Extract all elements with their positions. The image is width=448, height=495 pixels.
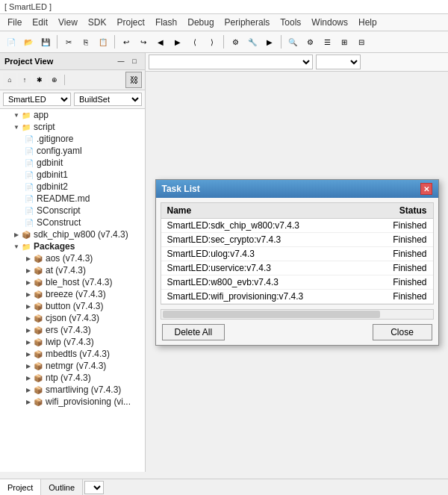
tree-item[interactable]: ▶📦ble_host (v7.4.3)	[0, 276, 145, 288]
toolbar-redo[interactable]: ↪	[135, 34, 152, 50]
tree-item[interactable]: ▶📦netmgr (v7.4.3)	[0, 360, 145, 372]
toolbar-extra3[interactable]: ⊟	[353, 34, 370, 50]
tree-label: SConstruct	[37, 217, 81, 228]
bottom-dropdown[interactable]	[84, 481, 104, 494]
toolbar-save[interactable]: 💾	[37, 34, 54, 50]
sidebar-link-btn[interactable]: ⛓	[125, 72, 142, 88]
task-table-scroll[interactable]: Name Status SmartLED:sdk_chip_w800:v7.4.…	[161, 202, 434, 305]
menu-debug[interactable]: Debug	[183, 16, 218, 29]
tab-outline[interactable]: Outline	[41, 479, 83, 495]
menu-flash[interactable]: Flash	[151, 16, 181, 29]
task-name: SmartLED:uservice:v7.4.3	[161, 261, 369, 275]
tree-label: ble_host (v7.4.3)	[46, 277, 112, 287]
content-area: Task List ✕ Name Status	[146, 53, 448, 472]
tree-item[interactable]: ▶📦lwip (v7.4.3)	[0, 336, 145, 348]
tree-arrow: ▶	[24, 314, 33, 323]
tree-item[interactable]: 📄README.md	[0, 193, 145, 205]
toolbar-forward[interactable]: ▶	[169, 34, 186, 50]
tree-item[interactable]: 📄SConstruct	[0, 217, 145, 228]
toolbar-build[interactable]: ⚙	[227, 34, 243, 50]
toolbar-open[interactable]: 📂	[20, 34, 37, 50]
modal-close-btn[interactable]: ✕	[420, 183, 432, 195]
tree-arrow: ▼	[12, 122, 21, 131]
sidebar-config-btn[interactable]: ✱	[33, 73, 46, 87]
toolbar-run[interactable]: ▶	[261, 34, 278, 50]
toolbar-clean[interactable]: 🔧	[244, 34, 261, 50]
sidebar-filter-btn[interactable]: ⊕	[48, 73, 61, 87]
sidebar-toolbar: ⌂ ↑ ✱ ⊕ ⛓	[0, 70, 145, 90]
tree-container[interactable]: ▼📁app▼📁script📄.gitignore📄config.yaml📄gdb…	[0, 109, 145, 472]
tree-item[interactable]: ▼📁Packages	[0, 240, 145, 252]
menu-file[interactable]: File	[3, 16, 26, 29]
tree-label: smartliving (v7.4.3)	[46, 385, 121, 395]
tree-item[interactable]: ▶📦aos (v7.4.3)	[0, 252, 145, 264]
toolbar-cut[interactable]: ✂	[60, 34, 77, 50]
minimize-icon[interactable]: —	[115, 55, 127, 67]
buildset-dropdown[interactable]: BuildSet	[74, 93, 142, 106]
toolbar-undo[interactable]: ↩	[118, 34, 134, 50]
toolbar-paste[interactable]: 📋	[95, 34, 111, 50]
tree-item[interactable]: ▶📦ntp (v7.4.3)	[0, 372, 145, 384]
project-dropdown[interactable]: SmartLED	[3, 93, 71, 106]
close-button[interactable]: Close	[373, 324, 432, 340]
tree-label: ers (v7.4.3)	[46, 325, 91, 335]
toolbar-extra1[interactable]: ☰	[319, 34, 335, 50]
delete-all-button[interactable]: Delete All	[162, 324, 225, 340]
tree-item[interactable]: ▶📦ers (v7.4.3)	[0, 324, 145, 336]
tree-arrow: ▶	[24, 290, 33, 299]
tree-item[interactable]: ▶📦breeze (v7.4.3)	[0, 288, 145, 300]
tree-arrow: ▶	[24, 326, 33, 334]
tree-icon: 📄	[24, 146, 34, 156]
task-status: Finished	[369, 290, 433, 304]
tree-label: ntp (v7.4.3)	[46, 373, 91, 383]
sidebar-up-btn[interactable]: ↑	[18, 73, 31, 87]
toolbar-next[interactable]: ⟩	[204, 34, 220, 50]
menu-help[interactable]: Help	[354, 16, 382, 29]
modal-footer: Delete All Close	[156, 320, 438, 345]
task-status: Finished	[369, 261, 433, 275]
tree-icon: 📦	[33, 349, 43, 359]
horizontal-scrollbar[interactable]	[161, 309, 434, 320]
tree-label: wifi_provisioning (vi...	[46, 396, 131, 407]
menu-edit[interactable]: Edit	[28, 16, 52, 29]
toolbar-settings[interactable]: ⚙	[302, 34, 318, 50]
menu-tools[interactable]: Tools	[276, 16, 305, 29]
task-row: SmartLED:uservice:v7.4.3Finished	[161, 261, 433, 275]
tree-item[interactable]: ▶📦cjson (v7.4.3)	[0, 312, 145, 324]
maximize-icon[interactable]: □	[128, 55, 140, 67]
toolbar-prev[interactable]: ⟨	[187, 34, 203, 50]
menu-project[interactable]: Project	[113, 16, 149, 29]
tree-icon: 📦	[33, 373, 43, 383]
toolbar-extra2[interactable]: ⊞	[336, 34, 352, 50]
menu-peripherals[interactable]: Peripherals	[220, 16, 275, 29]
tree-item[interactable]: ▶📦button (v7.4.3)	[0, 300, 145, 312]
toolbar-back[interactable]: ◀	[152, 34, 169, 50]
toolbar-search[interactable]: 🔍	[284, 34, 301, 50]
tree-item[interactable]: 📄config.yaml	[0, 145, 145, 157]
tab-project[interactable]: Project	[0, 479, 41, 495]
tree-item[interactable]: 📄.gitignore	[0, 133, 145, 145]
tree-item[interactable]: ▶📦mbedtls (v7.4.3)	[0, 348, 145, 360]
tree-item[interactable]: ▼📁app	[0, 109, 145, 121]
menu-windows[interactable]: Windows	[307, 16, 352, 29]
task-row: SmartLED:ulog:v7.4.3Finished	[161, 247, 433, 261]
toolbar-copy[interactable]: ⎘	[78, 34, 94, 50]
tree-item[interactable]: ▶📦sdk_chip_w800 (v7.4.3)	[0, 228, 145, 240]
tree-item[interactable]: 📄gdbinit	[0, 157, 145, 169]
tree-item[interactable]: 📄SConscript	[0, 205, 145, 217]
tree-item[interactable]: ▶📦at (v7.4.3)	[0, 264, 145, 276]
tree-item[interactable]: ▼📁script	[0, 121, 145, 133]
tree-item[interactable]: ▶📦wifi_provisioning (vi...	[0, 396, 145, 408]
toolbar-new[interactable]: 📄	[3, 34, 19, 50]
tree-item[interactable]: 📄gdbinit1	[0, 169, 145, 181]
tree-item[interactable]: ▶📦smartliving (v7.4.3)	[0, 384, 145, 396]
sidebar-home-btn[interactable]: ⌂	[3, 73, 16, 87]
tree-label: sdk_chip_w800 (v7.4.3)	[34, 229, 128, 240]
task-row: SmartLED:wifi_provisioning:v7.4.3Finishe…	[161, 290, 433, 304]
menu-sdk[interactable]: SDK	[84, 16, 111, 29]
tree-item[interactable]: 📄gdbinit2	[0, 181, 145, 193]
menu-view[interactable]: View	[54, 16, 82, 29]
tree-arrow: ▼	[12, 242, 21, 251]
tree-label: config.yaml	[37, 146, 82, 156]
task-status: Finished	[369, 275, 433, 290]
